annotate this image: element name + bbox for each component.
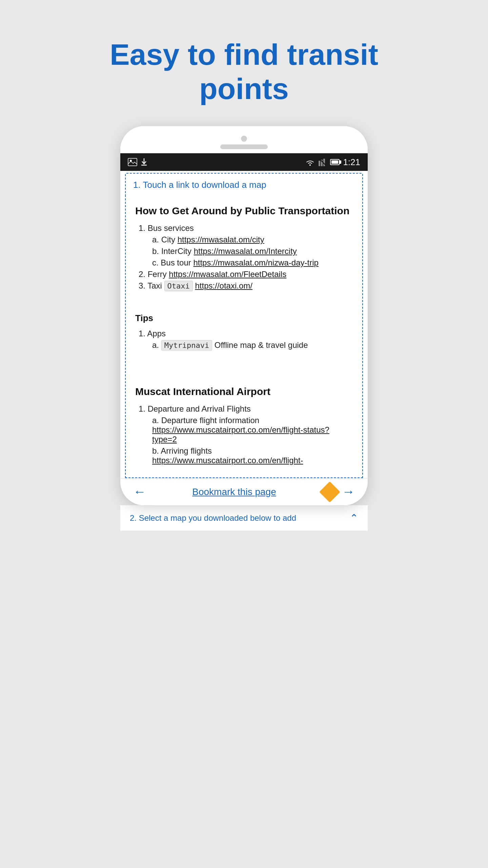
- status-time: 1:21: [343, 157, 360, 167]
- mytripnavi-tag: Mytripnavi: [161, 340, 212, 351]
- list-item-taxi: 3. Taxi Otaxi https://otaxi.om/: [135, 281, 353, 291]
- list-item-apps: 1. Apps: [135, 329, 353, 338]
- status-icons-right: 1:21: [305, 157, 360, 167]
- tips-heading: Tips: [135, 313, 353, 323]
- list-item-bus: 1. Bus services: [135, 223, 353, 233]
- expand-arrow-icon[interactable]: ⌃: [350, 512, 358, 524]
- touch-link-text: 1. Touch a link to download a map: [133, 180, 266, 190]
- bookmark-button[interactable]: Bookmark this page: [192, 487, 276, 497]
- status-icons-left: [128, 158, 147, 166]
- subitem-city: a. City https://mwasalat.om/city: [152, 235, 353, 244]
- main-heading: How to Get Around by Public Transportati…: [135, 205, 353, 217]
- no-signal-icon: [319, 158, 327, 166]
- otaxi-tag: Otaxi: [164, 281, 193, 291]
- subitem-mytripnavi: a. Mytripnavi Offline map & travel guide: [152, 340, 353, 350]
- wifi-icon: [305, 158, 315, 166]
- back-button[interactable]: ←: [133, 485, 146, 499]
- phone-speaker: [220, 144, 268, 149]
- page-title: Easy to find transit points: [75, 37, 413, 106]
- subitem-arriving: b. Arriving flights https://www.muscatai…: [152, 446, 353, 465]
- content-box: How to Get Around by Public Transportati…: [125, 195, 363, 478]
- ferry-link[interactable]: https://mwasalat.om/FleetDetails: [169, 270, 286, 279]
- bustour-link[interactable]: https://mwasalat.om/nizwa-day-trip: [193, 258, 318, 267]
- battery-icon: [330, 159, 340, 165]
- list-item-ferry: 2. Ferry https://mwasalat.om/FleetDetail…: [135, 270, 353, 279]
- list-item-flights: 1. Departure and Arrival Flights: [135, 404, 353, 414]
- phone-camera: [241, 136, 247, 142]
- phone-top-bar: [120, 126, 368, 153]
- bottom-nav: ← Bookmark this page →: [120, 478, 368, 505]
- svg-rect-5: [319, 161, 320, 166]
- phone-mockup: 1:21 1. Touch a link to download a map H…: [120, 126, 368, 505]
- subitem-departure: a. Departure flight information https://…: [152, 416, 353, 444]
- touch-link-header: 1. Touch a link to download a map: [125, 173, 363, 195]
- image-icon: [128, 158, 137, 166]
- status-bar: 1:21: [120, 153, 368, 171]
- city-link[interactable]: https://mwasalat.om/city: [178, 235, 264, 244]
- diamond-icon: [319, 481, 340, 502]
- below-phone-section: 2. Select a map you downloaded below to …: [120, 505, 368, 531]
- airport-heading: Muscat International Airport: [135, 386, 353, 397]
- forward-button[interactable]: →: [342, 485, 355, 499]
- subitem-bustour: c. Bus tour https://mwasalat.om/nizwa-da…: [152, 258, 353, 268]
- phone-content: 1. Touch a link to download a map How to…: [120, 173, 368, 505]
- arriving-link[interactable]: https://www.muscatairport.co.om/en/fligh…: [152, 456, 303, 465]
- select-map-text: 2. Select a map you downloaded below to …: [130, 513, 296, 523]
- subitem-intercity: b. InterCity https://mwasalat.om/Interci…: [152, 246, 353, 256]
- intercity-link[interactable]: https://mwasalat.om/Intercity: [194, 246, 297, 256]
- svg-point-4: [309, 164, 311, 166]
- download-icon: [141, 158, 147, 166]
- taxi-link[interactable]: https://otaxi.om/: [195, 281, 252, 290]
- departure-link[interactable]: https://www.muscatairport.co.om/en/fligh…: [152, 425, 329, 444]
- svg-rect-0: [128, 158, 137, 166]
